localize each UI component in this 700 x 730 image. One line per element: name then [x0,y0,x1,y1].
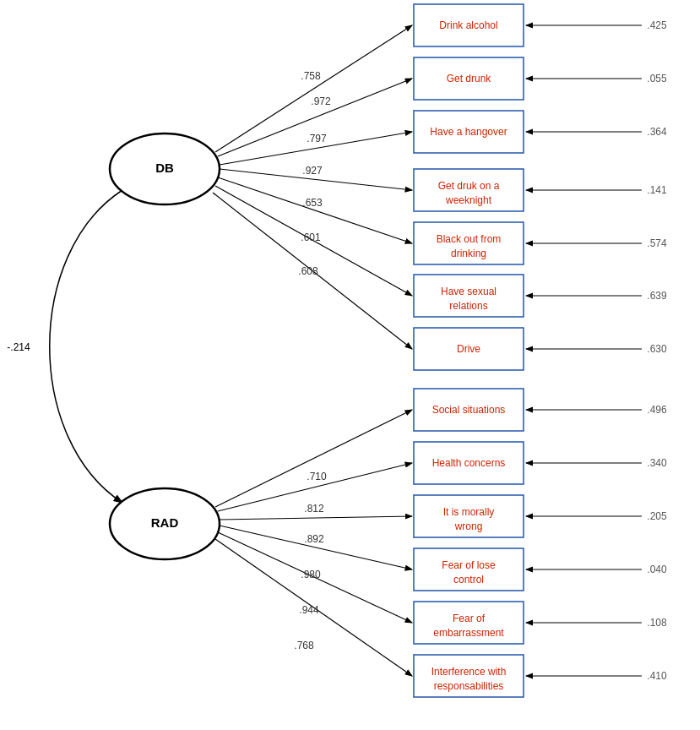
box-rad2-label: Health concerns [432,457,506,469]
loading-rad6a: .944 [299,604,319,616]
resid-rad3: .205 [647,510,667,522]
resid-db1: .425 [647,19,667,31]
loading-rad3: .812 [304,503,324,515]
resid-db7: .630 [647,343,667,355]
box-rad5-label1: Fear of [453,613,486,624]
correlation-arc [50,190,122,503]
box-db5-label2: drinking [451,248,486,259]
resid-rad2: .340 [647,457,667,469]
box-rad5-label2: embarrassment [433,627,504,639]
diagram: -.214 DB RAD .758 .972 .797 .927 .653 .6… [0,0,700,730]
box-db1-label: Drink alcohol [439,19,497,31]
resid-rad6: .410 [647,670,667,682]
box-rad6-label2: responsabilities [434,680,504,692]
box-rad3-label2: wrong [454,520,483,532]
resid-db4: .141 [647,184,667,196]
box-rad1-label: Social situations [432,404,506,416]
path-rad-rad1 [215,410,412,507]
correlation-label: -.214 [7,341,30,353]
resid-db3: .364 [647,126,667,138]
box-db3-label: Have a hangover [430,126,507,138]
rad-label: RAD [151,515,179,530]
box-rad4-label1: Fear of lose [442,559,496,571]
resid-db5: .574 [647,237,667,249]
path-db-db2 [218,79,412,156]
loading-db4: .927 [302,165,323,177]
box-rad3-label1: It is morally [443,506,495,518]
box-db2-label: Get drunk [447,73,492,84]
box-db4-label1: Get druk on a [438,180,500,192]
resid-rad5: .108 [647,617,667,629]
path-rad-rad3 [220,516,412,520]
box-rad4-label2: control [453,574,484,586]
loading-db3: .797 [307,133,327,144]
resid-rad4: .040 [647,564,667,575]
loading-rad4: .892 [304,533,324,545]
loading-db1: .758 [301,70,321,82]
box-db6-label2: relations [449,300,487,312]
path-rad-rad4 [220,526,412,569]
resid-db2: .055 [647,73,667,84]
loading-db7: .608 [298,265,318,277]
resid-rad1: .496 [647,404,667,416]
box-db5-label1: Black out from [437,233,502,245]
resid-db6: .639 [647,290,667,302]
box-db7-label: Drive [457,343,480,355]
box-db6-label1: Have sexual [441,286,497,297]
loading-rad2: .710 [307,471,327,482]
db-label: DB [155,161,174,175]
box-db4-label2: weeknight [445,194,492,206]
loading-db6: .601 [301,232,321,243]
loading-rad6b: .768 [294,640,314,651]
loading-db2: .972 [311,95,331,107]
loading-rad5: .980 [301,569,321,580]
box-rad6-label1: Interference with [431,666,507,678]
loading-db5: .653 [302,197,323,209]
